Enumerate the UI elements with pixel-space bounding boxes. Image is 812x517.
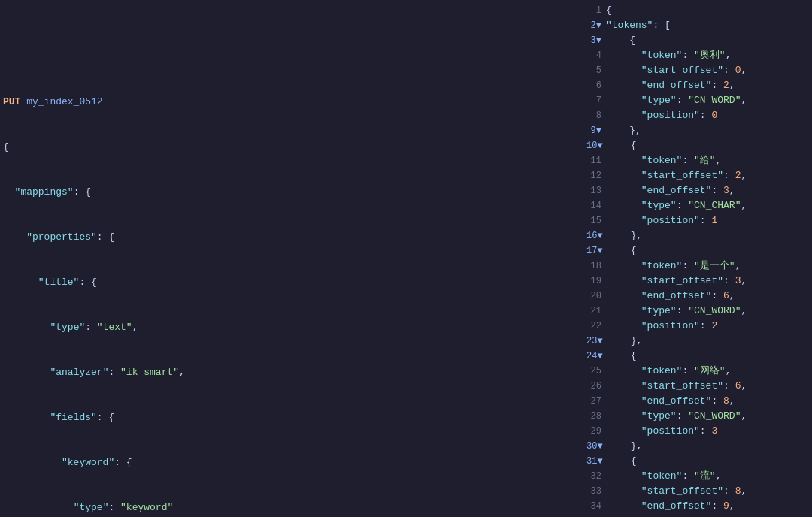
json-line: 4 "token": "奥利", (583, 48, 812, 63)
endpoint: my_index_0512 (20, 95, 102, 110)
json-line: 25 "token": "网络", (583, 364, 812, 379)
json-line: 23▼ }, (583, 334, 812, 349)
json-line: 34 "end_offset": 9, (583, 499, 812, 514)
code-line: "properties": { (0, 230, 583, 245)
json-line: 9▼ }, (583, 123, 812, 138)
json-line: 8 "position": 0 (583, 108, 812, 123)
json-line: 28 "type": "CN_WORD", (583, 409, 812, 424)
json-line: 3▼ { (583, 33, 812, 48)
json-line: 13 "end_offset": 3, (583, 183, 812, 198)
json-line: 26 "start_offset": 6, (583, 379, 812, 394)
json-line: 12 "start_offset": 2, (583, 168, 812, 183)
json-line: 18 "token": "是一个", (583, 258, 812, 274)
json-line: 6 "end_offset": 2, (583, 78, 812, 93)
json-line: 17▼ { (583, 243, 812, 258)
json-line: 31▼ { (583, 454, 812, 469)
code-line: "mappings": { (0, 185, 583, 200)
json-line: 11 "token": "给", (583, 153, 812, 168)
json-line: 15 "position": 1 (583, 213, 812, 228)
code-line: "title": { (0, 275, 583, 290)
code-line: "type": "text", (0, 320, 583, 335)
json-line: 32 "token": "流", (583, 469, 812, 484)
json-line: 5 "start_offset": 0, (583, 63, 812, 78)
json-line: 24▼ { (583, 349, 812, 364)
json-line: 35 "type": "CN_CHAR", (583, 514, 812, 517)
json-line: 33 "start_offset": 8, (583, 484, 812, 499)
code-line: { (0, 140, 583, 155)
json-line: 7 "type": "CN_WORD", (583, 93, 812, 108)
json-line: 10▼ { (583, 138, 812, 153)
json-line: 1 { (583, 3, 812, 18)
json-line: 27 "end_offset": 8, (583, 394, 812, 409)
response-content: 1 { 2▼ "tokens": [ 3▼ { 4 "token": "奥利",… (583, 0, 812, 517)
json-line: 20 "end_offset": 6, (583, 289, 812, 304)
json-line: 16▼ }, (583, 228, 812, 243)
code-line: "fields": { (0, 410, 583, 425)
json-line: 22 "position": 2 (583, 319, 812, 334)
json-line: 19 "start_offset": 3, (583, 274, 812, 289)
json-line: 2▼ "tokens": [ (583, 18, 812, 33)
code-line: "analyzer": "ik_smart", (0, 365, 583, 380)
code-line: PUT my_index_0512 (0, 95, 583, 110)
json-line: 14 "type": "CN_CHAR", (583, 198, 812, 213)
json-line: 21 "type": "CN_WORD", (583, 304, 812, 319)
code-editor: PUT my_index_0512 { "mappings": { "prope… (0, 0, 583, 517)
code-line: "keyword": { (0, 455, 583, 470)
response-panel: 1 { 2▼ "tokens": [ 3▼ { 4 "token": "奥利",… (583, 0, 812, 517)
code-block-put-index: PUT my_index_0512 { "mappings": { "prope… (0, 65, 583, 517)
http-method: PUT (3, 95, 20, 110)
editor-left-panel: PUT my_index_0512 { "mappings": { "prope… (0, 0, 583, 517)
json-line: 29 "position": 3 (583, 424, 812, 439)
json-line: 30▼ }, (583, 439, 812, 454)
code-line: "type": "keyword" (0, 500, 583, 515)
